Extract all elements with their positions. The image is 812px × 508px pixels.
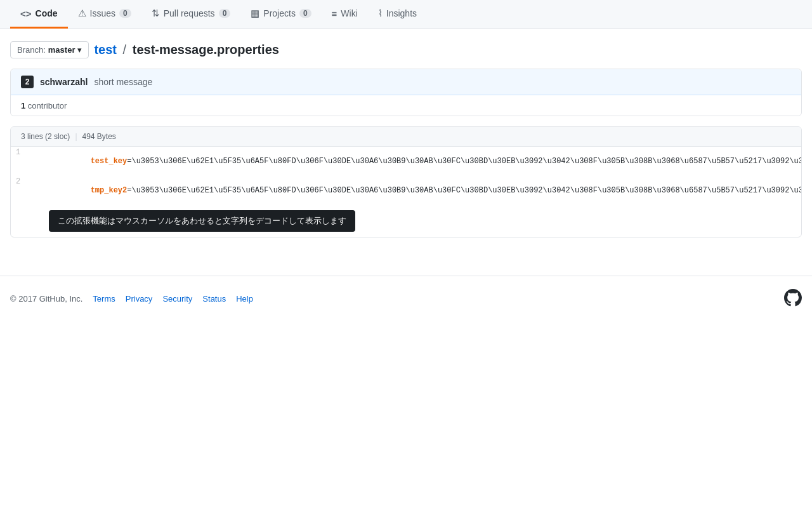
tab-pull-requests[interactable]: ⇅ Pull requests 0 (141, 0, 241, 29)
key-value-1: =\u3053\u306E\u62E1\u5F35\u6A5F\u80FD\u3… (127, 157, 802, 166)
repo-link[interactable]: test (94, 43, 117, 57)
commit-info-box: 2 schwarzahl short message 1 contributor (10, 69, 802, 116)
line-count: 3 lines (2 sloc) (21, 132, 70, 141)
file-size: 494 Bytes (82, 132, 116, 141)
file-stats: 3 lines (2 sloc) | 494 Bytes (21, 132, 116, 141)
line-code-1: test_key=\u3053\u306E\u62E1\u5F35\u6A5F\… (30, 147, 802, 176)
pull-requests-icon: ⇅ (152, 8, 160, 19)
key-name-1: test_key (91, 157, 128, 166)
repo-nav: <> Code ⚠ Issues 0 ⇅ Pull requests 0 ▦ P… (0, 0, 812, 29)
tab-issues-label: Issues (90, 8, 115, 18)
footer-link-terms[interactable]: Terms (93, 294, 115, 304)
line-number-2: 2 (11, 176, 30, 205)
branch-name: master (48, 45, 75, 55)
branch-label: Branch: (17, 45, 46, 55)
file-header: 3 lines (2 sloc) | 494 Bytes (11, 127, 801, 147)
file-box: 3 lines (2 sloc) | 494 Bytes 1 test_key=… (10, 126, 802, 237)
line-code-2: tmp_key2=\u3053\u306E\u62E1\u5F35\u6A5F\… (30, 176, 802, 205)
tab-issues[interactable]: ⚠ Issues 0 (68, 0, 141, 29)
commit-message: short message (94, 77, 152, 87)
tab-code[interactable]: <> Code (10, 1, 68, 29)
footer-link-security[interactable]: Security (162, 294, 192, 304)
tab-wiki-label: Wiki (341, 8, 357, 18)
code-table: 1 test_key=\u3053\u306E\u62E1\u5F35\u6A5… (11, 147, 802, 205)
path-separator: / (123, 43, 127, 57)
pull-requests-badge: 0 (219, 9, 231, 18)
tab-insights-label: Insights (386, 8, 417, 18)
tab-pull-requests-label: Pull requests (164, 8, 215, 18)
avatar: 2 (21, 76, 34, 88)
filename: test-message.properties (133, 43, 279, 57)
table-row: 1 test_key=\u3053\u306E\u62E1\u5F35\u6A5… (11, 147, 802, 176)
branch-selector[interactable]: Branch: master ▾ (10, 41, 89, 58)
tab-code-label: Code (36, 8, 58, 18)
breadcrumb: Branch: master ▾ test / test-message.pro… (10, 41, 802, 58)
wiki-icon: ≡ (332, 8, 337, 19)
breadcrumb-path: test / test-message.properties (94, 43, 278, 57)
line-number-1: 1 (11, 147, 30, 176)
tooltip-box: この拡張機能はマウスカーソルをあわせると文字列をデコードして表示します (49, 210, 355, 232)
tab-wiki[interactable]: ≡ Wiki (322, 1, 368, 29)
commit-author[interactable]: schwarzahl (40, 77, 88, 87)
tooltip-area: この拡張機能はマウスカーソルをあわせると文字列をデコードして表示します (11, 210, 801, 237)
projects-badge: 0 (299, 9, 311, 18)
tab-projects-label: Projects (263, 8, 296, 18)
footer-link-privacy[interactable]: Privacy (126, 294, 153, 304)
issues-badge: 0 (119, 9, 131, 18)
key-value-2: =\u3053\u306E\u62E1\u5F35\u6A5F\u80FD\u3… (127, 186, 802, 195)
footer-left: © 2017 GitHub, Inc. Terms Privacy Securi… (10, 294, 253, 304)
key-name-2: tmp_key2 (91, 186, 128, 195)
main-content: Branch: master ▾ test / test-message.pro… (0, 29, 812, 250)
contributor-count: 1 contributor (21, 101, 67, 110)
projects-icon: ▦ (251, 8, 259, 19)
footer-link-help[interactable]: Help (236, 294, 253, 304)
page-footer: © 2017 GitHub, Inc. Terms Privacy Securi… (0, 276, 812, 321)
issues-icon: ⚠ (78, 8, 86, 19)
stats-separator: | (75, 132, 77, 141)
tab-projects[interactable]: ▦ Projects 0 (240, 0, 321, 29)
github-logo (784, 289, 802, 309)
commit-header: 2 schwarzahl short message (11, 69, 801, 95)
copyright: © 2017 GitHub, Inc. (10, 294, 82, 304)
code-icon: <> (20, 8, 32, 19)
footer-link-status[interactable]: Status (202, 294, 226, 304)
table-row: 2 tmp_key2=\u3053\u306E\u62E1\u5F35\u6A5… (11, 176, 802, 205)
insights-icon: ⌇ (378, 8, 383, 19)
chevron-down-icon: ▾ (77, 45, 82, 55)
tab-insights[interactable]: ⌇ Insights (368, 0, 427, 29)
commit-footer: 1 contributor (11, 95, 801, 116)
